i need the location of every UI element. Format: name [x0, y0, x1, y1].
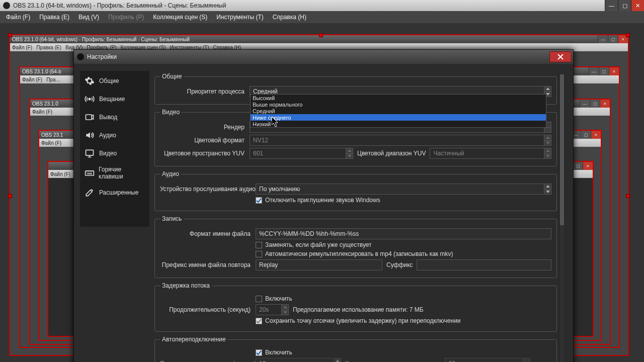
sidebar-item-label: Аудио — [99, 132, 116, 139]
keyboard-icon — [84, 167, 95, 178]
sidebar-item-label: Общие — [99, 77, 119, 84]
combo-color-format[interactable]: NV12 — [250, 135, 551, 146]
sidebar-item-label: Вывод — [99, 114, 117, 121]
sidebar-item-advanced[interactable]: Расширенные — [80, 184, 149, 202]
menu-file[interactable]: Файл (F) — [2, 13, 34, 22]
label-replay-suffix: Суффикс — [386, 261, 413, 268]
input-file-format[interactable]: %CCYY-%MM-%DD %hh-%mm-%ss — [256, 228, 551, 239]
combo-yuv-range[interactable]: Частичный — [430, 148, 551, 159]
menu-profile[interactable]: Профиль (P) — [104, 13, 148, 22]
spin-reconnect-tries[interactable]: 20 — [445, 358, 530, 362]
check-auto-remux[interactable]: Автоматически ремультиплексировать в mp4… — [256, 250, 453, 257]
group-legend: Общие — [160, 73, 184, 80]
group-legend: Запись — [160, 215, 184, 222]
menu-tools[interactable]: Инструменты (T) — [212, 13, 267, 22]
scrollbar-thumb[interactable] — [560, 74, 564, 225]
sidebar-item-audio[interactable]: Аудио — [80, 126, 149, 144]
checkbox-label: Отключить приглушение звуков Windows — [265, 197, 380, 204]
group-legend: Видео — [160, 109, 182, 116]
text-value: 10 — [259, 360, 266, 362]
nested-title: OBS 23.1.0 (64-bit, windows) - Профиль: … — [12, 37, 190, 42]
group-audio: Аудио Устройство прослушивания аудио По … — [154, 170, 557, 211]
sidebar-item-video[interactable]: Видео — [80, 144, 149, 162]
dropdown-item[interactable]: Высокий — [251, 95, 546, 101]
menu-view[interactable]: Вид (V) — [74, 13, 103, 22]
label-renderer: Рендер — [160, 124, 245, 131]
check-disable-ducking[interactable]: Отключить приглушение звуков Windows — [256, 197, 380, 204]
output-icon — [84, 112, 95, 123]
check-delay-enable[interactable]: Включить — [256, 295, 292, 302]
speaker-icon — [84, 130, 95, 141]
priority-dropdown-list[interactable]: ВысокийВыше нормальногоСреднийНиже средн… — [250, 94, 546, 128]
app-titlebar: OBS 23.1.0 (64-bit, windows) - Профиль: … — [0, 0, 644, 11]
input-replay-suffix[interactable] — [417, 259, 551, 270]
label-reconnect-tries: Количество попыток подключения — [345, 360, 441, 362]
dropdown-item[interactable]: Ниже среднего — [251, 114, 546, 121]
check-preserve-cutoff[interactable]: Сохранить точку отсечки (увеличить задер… — [256, 317, 461, 324]
combo-value: NV12 — [253, 137, 268, 144]
monitor-icon — [84, 148, 95, 159]
obs-icon — [3, 2, 10, 9]
combo-yuv-space[interactable]: 601 — [250, 148, 353, 159]
maximize-button[interactable]: ▢ — [618, 0, 631, 11]
settings-sidebar: Общие Вещание Вывод Аудио Видео Горячие … — [80, 71, 149, 227]
sidebar-item-stream[interactable]: Вещание — [80, 90, 149, 108]
combo-value: Частичный — [433, 150, 464, 157]
checkbox-label: Включить — [265, 295, 292, 302]
checkbox-label: Включить — [265, 349, 292, 356]
text-value: 20s — [259, 306, 269, 313]
gear-icon — [84, 75, 95, 86]
tools-icon — [84, 187, 95, 198]
sidebar-item-general[interactable]: Общие — [80, 72, 149, 90]
text-value: %CCYY-%MM-%DD %hh-%mm-%ss — [259, 230, 359, 237]
group-legend: Задержка потока — [160, 282, 212, 289]
check-overwrite[interactable]: Заменять, если файл уже существует — [256, 241, 372, 248]
group-auto-reconnect: Автопереподключение Включить Переподключ… — [154, 336, 557, 362]
text-value: Replay — [259, 261, 278, 268]
minimize-button[interactable]: — — [605, 0, 618, 11]
dialog-titlebar[interactable]: Настройки — [74, 50, 573, 64]
text-value: 20 — [448, 360, 455, 362]
label-delay-duration: Продолжительность (секунд) — [160, 306, 251, 313]
label-color-format: Цветовой формат — [160, 137, 245, 144]
sidebar-item-label: Горячие клавиши — [99, 166, 145, 180]
sidebar-item-hotkeys[interactable]: Горячие клавиши — [80, 162, 149, 184]
checkbox-label: Автоматически ремультиплексировать в mp4… — [265, 250, 453, 257]
dropdown-item[interactable]: Выше нормального — [251, 101, 546, 108]
combo-value: По умолчанию — [259, 186, 300, 193]
checkbox-label: Заменять, если файл уже существует — [265, 241, 372, 248]
group-legend: Автопереподключение — [160, 336, 228, 343]
group-legend: Аудио — [160, 170, 181, 177]
sidebar-item-label: Расширенные — [99, 189, 139, 196]
obs-icon — [77, 53, 84, 60]
label-yuv-space: Цветовое пространство YUV — [160, 150, 245, 157]
check-reconnect-enable[interactable]: Включить — [256, 349, 292, 356]
group-stream-delay: Задержка потока Включить Продолжительнос… — [154, 282, 557, 332]
sidebar-item-label: Видео — [99, 150, 117, 157]
menu-bar: Файл (F) Правка (E) Вид (V) Профиль (P) … — [0, 11, 644, 23]
svg-point-0 — [89, 98, 90, 100]
svg-rect-2 — [86, 150, 94, 155]
menu-edit[interactable]: Правка (E) — [35, 13, 73, 22]
sidebar-item-label: Вещание — [99, 96, 125, 103]
combo-monitor-device[interactable]: По умолчанию — [256, 184, 551, 195]
dropdown-item[interactable]: Низкий — [251, 121, 546, 127]
broadcast-icon — [84, 94, 95, 105]
scrollbar[interactable] — [559, 73, 565, 362]
label-file-format: Формат имени файла — [160, 230, 251, 237]
app-title-text: OBS 23.1.0 (64-bit, windows) - Профиль: … — [13, 2, 226, 9]
spin-delay-seconds[interactable]: 20s — [256, 304, 289, 315]
dropdown-item[interactable]: Средний — [251, 108, 546, 114]
input-replay-prefix[interactable]: Replay — [256, 259, 382, 270]
spin-reconnect-wait[interactable]: 10 — [256, 358, 341, 362]
sidebar-item-output[interactable]: Вывод — [80, 108, 149, 126]
label-yuv-range: Цветовой диапазон YUV — [357, 150, 426, 157]
label-memory-estimate: Предполагаемое использование памяти: 7 М… — [293, 306, 424, 313]
group-recording: Запись Формат имени файла %CCYY-%MM-%DD … — [154, 215, 557, 278]
svg-rect-1 — [86, 115, 92, 120]
label-replay-prefix: Префикс имени файла повтора — [160, 261, 251, 268]
menu-help[interactable]: Справка (H) — [269, 13, 310, 22]
menu-scenes[interactable]: Коллекция сцен (S) — [149, 13, 211, 22]
dialog-close-button[interactable] — [549, 51, 572, 62]
close-button[interactable]: ✕ — [631, 0, 644, 11]
